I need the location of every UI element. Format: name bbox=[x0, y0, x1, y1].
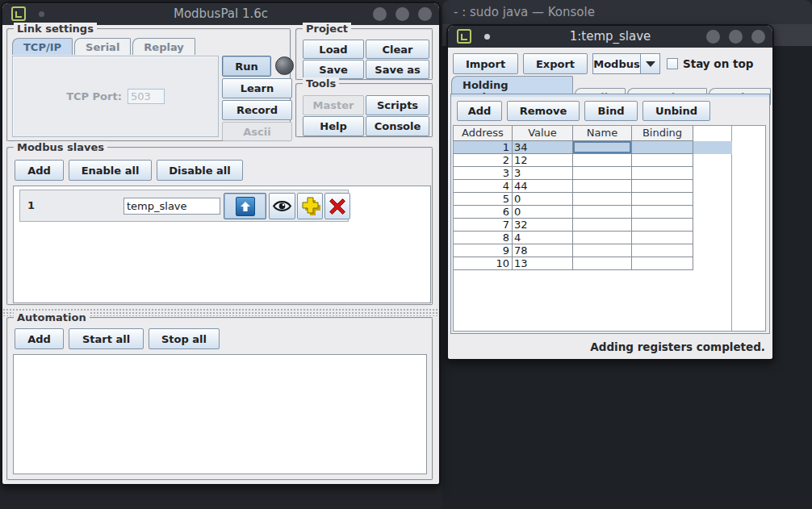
table-row[interactable]: 5 0 bbox=[454, 193, 732, 206]
table-row[interactable]: 8 4 bbox=[454, 232, 732, 244]
cell-name[interactable] bbox=[573, 154, 632, 167]
cell-binding[interactable] bbox=[632, 206, 693, 219]
register-add-button[interactable]: Add bbox=[457, 101, 502, 121]
slave-delete-button[interactable] bbox=[324, 193, 350, 219]
close-button[interactable] bbox=[751, 30, 765, 44]
stop-all-button[interactable]: Stop all bbox=[149, 328, 220, 349]
cell-name[interactable] bbox=[573, 193, 632, 206]
clear-button[interactable]: Clear bbox=[366, 40, 429, 59]
cell-value[interactable]: 13 bbox=[513, 257, 573, 270]
register-remove-button[interactable]: Remove bbox=[507, 101, 580, 121]
cell-value[interactable]: 78 bbox=[513, 244, 573, 257]
learn-button[interactable]: Learn bbox=[222, 78, 292, 98]
cell-address[interactable]: 1 bbox=[454, 141, 513, 154]
slave-row[interactable]: 1 bbox=[19, 190, 349, 222]
cell-address[interactable]: 5 bbox=[454, 193, 513, 206]
cell-value[interactable]: 44 bbox=[513, 180, 573, 193]
maximize-button[interactable] bbox=[729, 30, 743, 44]
slave-add-button[interactable]: Add bbox=[15, 160, 64, 181]
cell-name[interactable] bbox=[573, 206, 632, 219]
save-button[interactable]: Save bbox=[303, 60, 364, 79]
slave-name-field[interactable] bbox=[123, 198, 220, 215]
table-row[interactable]: 4 44 bbox=[454, 180, 732, 193]
minimize-button[interactable] bbox=[706, 30, 720, 44]
cell-value[interactable]: 3 bbox=[513, 167, 573, 180]
table-row[interactable]: 6 0 bbox=[454, 206, 732, 219]
minimize-button[interactable] bbox=[373, 7, 387, 21]
cell-address[interactable]: 7 bbox=[454, 219, 513, 232]
tab-serial[interactable]: Serial bbox=[74, 38, 131, 55]
col-header-address[interactable]: Address bbox=[454, 126, 513, 141]
tcp-port-field[interactable] bbox=[128, 89, 165, 104]
table-row[interactable]: 7 32 bbox=[454, 219, 732, 232]
table-row[interactable]: 10 13 bbox=[454, 257, 732, 270]
register-bind-button[interactable]: Bind bbox=[584, 101, 638, 121]
modbuspal-titlebar[interactable]: ModbusPal 1.6c bbox=[2, 3, 439, 25]
export-button[interactable]: Export bbox=[523, 53, 588, 74]
cell-binding[interactable] bbox=[632, 193, 693, 206]
combo-dropdown-button[interactable] bbox=[641, 53, 660, 74]
cell-name[interactable] bbox=[573, 141, 632, 154]
cell-binding[interactable] bbox=[632, 141, 693, 154]
cell-address[interactable]: 9 bbox=[454, 244, 513, 257]
cell-binding[interactable] bbox=[632, 167, 693, 180]
import-button[interactable]: Import bbox=[453, 53, 518, 74]
table-row[interactable]: 9 78 bbox=[454, 244, 732, 257]
slave-duplicate-button[interactable] bbox=[297, 193, 323, 219]
cell-name[interactable] bbox=[573, 244, 632, 257]
disable-all-button[interactable]: Disable all bbox=[157, 160, 243, 181]
close-button[interactable] bbox=[418, 7, 432, 21]
plus-icon bbox=[298, 194, 322, 219]
col-header-name[interactable]: Name bbox=[573, 126, 632, 141]
slave-editor-window: 1:temp_slave Import Export Modbus Stay o… bbox=[446, 24, 774, 361]
cell-address[interactable]: 2 bbox=[454, 154, 513, 167]
cell-binding[interactable] bbox=[632, 219, 693, 232]
save-as-button[interactable]: Save as bbox=[366, 60, 429, 79]
modbus-combobox[interactable]: Modbus bbox=[592, 53, 660, 74]
enable-all-button[interactable]: Enable all bbox=[69, 160, 152, 181]
stay-on-top-checkbox[interactable] bbox=[667, 58, 678, 69]
load-button[interactable]: Load bbox=[303, 40, 364, 59]
slave-view-button[interactable] bbox=[269, 193, 295, 219]
cell-address[interactable]: 3 bbox=[454, 167, 513, 180]
cell-name[interactable] bbox=[573, 180, 632, 193]
tab-tcpip[interactable]: TCP/IP bbox=[12, 38, 73, 55]
cell-binding[interactable] bbox=[632, 154, 693, 167]
cell-address[interactable]: 10 bbox=[454, 257, 513, 270]
cell-value[interactable]: 4 bbox=[513, 232, 573, 244]
cell-name[interactable] bbox=[573, 257, 632, 270]
konsole-titlebar[interactable]: - : sudo java — Konsole bbox=[442, 0, 812, 24]
register-unbind-button[interactable]: Unbind bbox=[642, 101, 710, 121]
cell-address[interactable]: 8 bbox=[454, 232, 513, 244]
table-row[interactable]: 3 3 bbox=[454, 167, 732, 180]
cell-binding[interactable] bbox=[632, 180, 693, 193]
tab-replay[interactable]: Replay bbox=[132, 38, 195, 55]
cell-value[interactable]: 0 bbox=[513, 206, 573, 219]
slave-enabled-toggle[interactable] bbox=[224, 193, 266, 219]
cell-address[interactable]: 6 bbox=[454, 206, 513, 219]
help-button[interactable]: Help bbox=[303, 116, 364, 136]
cell-value[interactable]: 12 bbox=[513, 154, 573, 167]
cell-address[interactable]: 4 bbox=[454, 180, 513, 193]
automation-add-button[interactable]: Add bbox=[15, 328, 64, 349]
table-row[interactable]: 1 34 bbox=[454, 141, 732, 154]
cell-value[interactable]: 34 bbox=[513, 141, 573, 154]
cell-name[interactable] bbox=[573, 232, 632, 244]
table-row[interactable]: 2 12 bbox=[454, 154, 732, 167]
col-header-binding[interactable]: Binding bbox=[632, 126, 693, 141]
cell-binding[interactable] bbox=[632, 257, 693, 270]
scripts-button[interactable]: Scripts bbox=[366, 95, 429, 115]
cell-binding[interactable] bbox=[632, 232, 693, 244]
cell-value[interactable]: 0 bbox=[513, 193, 573, 206]
run-button[interactable]: Run bbox=[222, 56, 271, 77]
cell-value[interactable]: 32 bbox=[513, 219, 573, 232]
col-header-value[interactable]: Value bbox=[513, 126, 573, 141]
console-button[interactable]: Console bbox=[366, 116, 429, 136]
slave-editor-titlebar[interactable]: 1:temp_slave bbox=[448, 26, 772, 48]
start-all-button[interactable]: Start all bbox=[69, 328, 144, 349]
cell-name[interactable] bbox=[573, 219, 632, 232]
cell-binding[interactable] bbox=[632, 244, 693, 257]
maximize-button[interactable] bbox=[396, 7, 409, 21]
record-button[interactable]: Record bbox=[222, 100, 292, 120]
cell-name[interactable] bbox=[573, 167, 632, 180]
